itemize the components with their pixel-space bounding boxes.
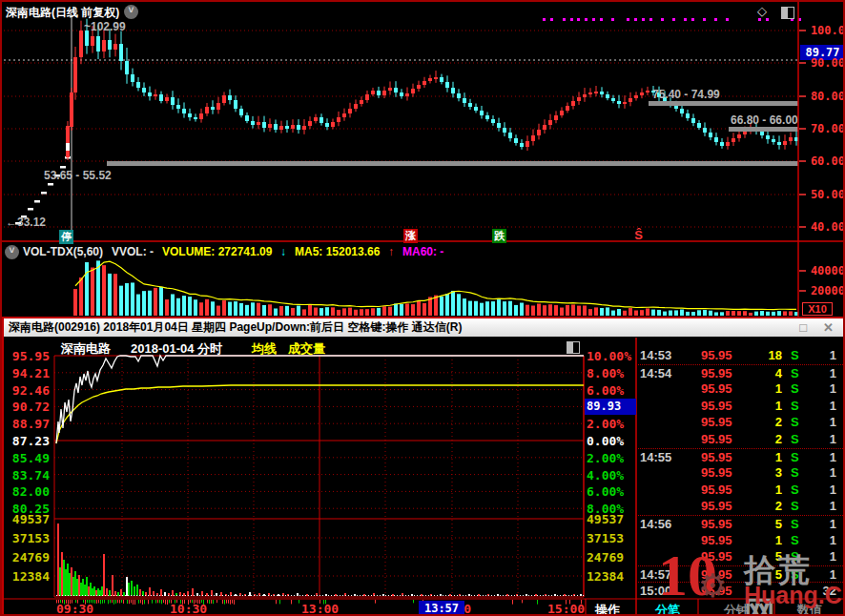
- intraday-price-label: 82.00: [6, 484, 50, 499]
- tick-volume: 1: [746, 450, 782, 464]
- tick-price: 95.95: [701, 483, 732, 497]
- tick-price: 95.95: [701, 517, 732, 531]
- split-window-icon[interactable]: [781, 7, 794, 19]
- subwindow-titlebar[interactable]: 深南电路(002916) 2018年01月04日 星期四 PageUp/Down…: [4, 318, 845, 337]
- tick-row[interactable]: 14:5795.955S1: [638, 565, 843, 584]
- tick-row[interactable]: 15:0095.9532: [638, 582, 843, 600]
- tick-price: 95.95: [701, 348, 732, 362]
- intraday-pct-label: 2.00%: [587, 451, 632, 465]
- tick-count: 1: [810, 366, 836, 380]
- chevron-down-icon[interactable]: ˅: [124, 5, 138, 19]
- tick-price: 95.95: [701, 499, 732, 513]
- intraday-volume-label: 24769: [587, 550, 632, 565]
- tick-side: S: [791, 499, 799, 513]
- volume-header-segment: ↓: [280, 245, 286, 258]
- intraday-pct-label: 4.00%: [587, 468, 632, 483]
- daily-chart-title[interactable]: 深南电路(日线 前复权): [6, 5, 119, 21]
- tick-volume: 1: [746, 533, 782, 547]
- intraday-price-label: 90.72: [6, 400, 50, 414]
- volume-header-segment: MA5: 152013.66: [295, 245, 380, 258]
- tick-side: S: [791, 483, 799, 497]
- tick-row[interactable]: 95.951S1: [638, 398, 843, 415]
- tick-side: S: [791, 348, 799, 362]
- limit-down-badge: 跌: [492, 229, 506, 243]
- daily-axis-label: 60.00: [808, 154, 845, 168]
- tick-volume: 2: [746, 432, 782, 446]
- daily-candlestick-chart[interactable]: [2, 2, 845, 317]
- intraday-volume-label: 24769: [6, 550, 50, 565]
- action-menu[interactable]: 操作: [595, 602, 620, 616]
- chevron-down-icon[interactable]: ˅: [5, 245, 19, 259]
- tick-count: 32: [810, 584, 836, 598]
- intraday-pct-label: 6.00%: [587, 484, 632, 499]
- close-icon[interactable]: ✕: [823, 318, 834, 337]
- tab-tick[interactable]: 分笔: [647, 602, 689, 616]
- tick-time: 14:55: [640, 450, 671, 464]
- tick-side: S: [791, 533, 799, 547]
- tick-price: 95.95: [701, 381, 732, 396]
- tick-row[interactable]: 95.952S1: [638, 498, 843, 515]
- tab-value[interactable]: 数值: [789, 602, 831, 616]
- tick-row[interactable]: 95.952S1: [638, 414, 843, 431]
- tick-side: S: [791, 517, 799, 531]
- intraday-volume-label: 37153: [6, 531, 50, 545]
- tick-row[interactable]: 14:5595.951S1: [638, 448, 843, 466]
- diamond-icon[interactable]: ◇: [757, 4, 767, 18]
- intraday-pct-label: 8.00%: [587, 366, 632, 380]
- low-price-annotation: ←33.12: [6, 216, 46, 229]
- tick-price: 95.95: [701, 465, 732, 480]
- split-window-icon[interactable]: [567, 341, 580, 354]
- intraday-price-label: 85.49: [6, 451, 50, 465]
- tab-minute[interactable]: 分钟: [715, 602, 757, 616]
- tick-count: 1: [810, 549, 836, 564]
- volume-header-segment: VOLUME: 272741.09: [162, 245, 272, 258]
- tick-count: 1: [810, 381, 836, 396]
- tick-side: S: [791, 567, 799, 582]
- tick-side: S: [791, 432, 799, 446]
- gap-zone-label-3: 53.65 - 55.52: [44, 169, 112, 182]
- tick-row[interactable]: 14:5495.954S1: [638, 364, 843, 382]
- tick-volume: 2: [746, 415, 782, 429]
- tick-time: 14:54: [640, 366, 671, 380]
- tick-side: S: [791, 381, 799, 396]
- intraday-volume-label: 37153: [587, 531, 632, 545]
- intraday-price-label: 87.23: [6, 434, 50, 448]
- tick-row[interactable]: 95.953S1: [638, 464, 843, 482]
- tick-row[interactable]: 95.952S1: [638, 431, 843, 448]
- tick-count: 1: [810, 483, 836, 497]
- intraday-price-label: 83.74: [6, 468, 50, 483]
- tick-side: S: [791, 366, 799, 380]
- intraday-volume-label: 12384: [587, 569, 632, 584]
- tick-row[interactable]: 14:5395.9518S1: [638, 347, 843, 364]
- maximize-icon[interactable]: □: [799, 318, 807, 337]
- volume-axis-label: 40000: [802, 264, 845, 277]
- tick-price: 95.95: [701, 366, 732, 380]
- tick-count: 1: [810, 517, 836, 531]
- tick-row[interactable]: 95.951S1: [638, 380, 843, 398]
- tick-row[interactable]: 95.951S1: [638, 532, 843, 549]
- gap-zone-label-1: 75.40 - 74.99: [652, 88, 720, 101]
- tick-side: S: [791, 415, 799, 429]
- intraday-pct-label: 6.00%: [587, 383, 632, 398]
- daily-axis-label: 80.00: [808, 90, 845, 103]
- tick-side: S: [791, 549, 799, 564]
- intraday-volume-label[interactable]: 成交量: [288, 340, 325, 358]
- intraday-pct-label: 2.00%: [587, 417, 632, 431]
- volume-header-segment: VOL-TDX(5,60): [23, 245, 103, 258]
- tick-volume: 1: [746, 399, 782, 413]
- cursor-time-box: 13:57: [419, 601, 464, 616]
- tick-volume: 5: [746, 549, 782, 564]
- volume-axis-label: 20000: [802, 284, 845, 298]
- tick-volume: 1: [746, 483, 782, 497]
- tdx-app-window: 深南电路(日线 前复权) ˅ ◇ ~102.99 75.40 - 74.99 6…: [0, 0, 845, 616]
- intraday-ma-label[interactable]: 均线: [252, 340, 277, 358]
- tick-row[interactable]: 95.951S1: [638, 482, 843, 499]
- tick-row[interactable]: 95.955S1: [638, 548, 843, 565]
- intraday-date-label: 2018-01-04 分时: [131, 340, 222, 358]
- intraday-pct-label: 10.00%: [587, 349, 632, 363]
- tick-count: 1: [810, 348, 836, 362]
- peak-price-annotation: ~102.99: [84, 20, 126, 33]
- volume-header-segment: ↑: [388, 245, 394, 258]
- tick-row[interactable]: 14:5695.955S1: [638, 515, 843, 533]
- daily-axis-label: 50.00: [808, 188, 845, 201]
